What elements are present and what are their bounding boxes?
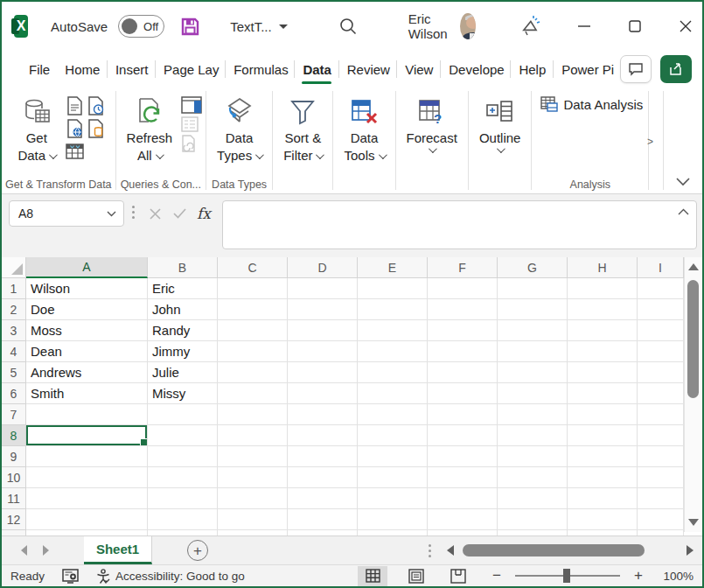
cell-G1[interactable] [498,278,568,299]
cell-D4[interactable] [288,341,358,362]
cell-A2[interactable]: Doe [26,299,148,320]
tab-view[interactable]: View [397,51,440,88]
cell-E4[interactable] [358,341,428,362]
cell-A3[interactable]: Moss [26,320,148,341]
row-header-6[interactable]: 6 [2,383,26,404]
row-header-2[interactable]: 2 [2,299,26,320]
cell-B1[interactable]: Eric [148,278,218,299]
column-header-C[interactable]: C [218,257,288,278]
cell-H3[interactable] [568,320,638,341]
zoom-slider[interactable]: − + [487,567,648,584]
cell-B4[interactable]: Jimmy [148,341,218,362]
cell-A7[interactable] [26,404,148,425]
cell-A8[interactable] [26,425,148,446]
column-header-B[interactable]: B [148,257,218,278]
cell-I5[interactable] [638,362,684,383]
data-tools-button[interactable]: Data Tools [337,91,391,168]
row-header-3[interactable]: 3 [2,320,26,341]
cell-A12[interactable] [26,509,148,530]
cell-C3[interactable] [218,320,288,341]
cell-D12[interactable] [288,509,358,530]
cell-H2[interactable] [568,299,638,320]
cell-F5[interactable] [428,362,498,383]
maximize-button[interactable] [627,13,643,39]
cell-E8[interactable] [358,425,428,446]
cell-B10[interactable] [148,467,218,488]
cell-H12[interactable] [568,509,638,530]
cell-H6[interactable] [568,383,638,404]
refresh-all-button[interactable]: Refresh All [120,91,180,168]
prev-sheet-icon[interactable] [21,545,27,556]
cell-C5[interactable] [218,362,288,383]
cell-G12[interactable] [498,509,568,530]
row-header-12[interactable]: 12 [2,509,26,530]
cell-F9[interactable] [428,446,498,467]
cell-C6[interactable] [218,383,288,404]
column-header-G[interactable]: G [498,257,568,278]
outline-button[interactable]: Outline [472,91,528,157]
tab-formulas[interactable]: Formulas [226,51,294,88]
cell-C7[interactable] [218,404,288,425]
cell-I1[interactable] [638,278,684,299]
document-title[interactable]: TextT... [230,19,288,34]
column-header-I[interactable]: I [638,257,684,278]
cell-H5[interactable] [568,362,638,383]
cell-I4[interactable] [638,341,684,362]
cell-H10[interactable] [568,467,638,488]
row-header-11[interactable]: 11 [2,488,26,509]
tab-help[interactable]: Help [511,51,553,88]
cell-E3[interactable] [358,320,428,341]
cell-G10[interactable] [498,467,568,488]
normal-view-button[interactable] [358,566,387,586]
cell-E10[interactable] [358,467,428,488]
cell-D1[interactable] [288,278,358,299]
cell-I7[interactable] [638,404,684,425]
column-header-D[interactable]: D [288,257,358,278]
page-layout-view-button[interactable] [401,566,431,586]
tab-home[interactable]: Home [57,51,107,88]
zoom-in-button[interactable]: + [629,567,648,584]
cell-C9[interactable] [218,446,288,467]
cell-I8[interactable] [638,425,684,446]
comments-button[interactable] [620,55,652,83]
insert-function-button[interactable]: fx [192,202,215,225]
select-all-corner[interactable] [2,257,26,278]
forecast-button[interactable]: ? Forecast [400,91,464,157]
column-header-E[interactable]: E [358,257,428,278]
user-name[interactable]: Eric Wilson [408,11,448,41]
cell-G9[interactable] [498,446,568,467]
row-header-10[interactable]: 10 [2,467,26,488]
scroll-down-icon[interactable] [688,519,699,526]
cell-F4[interactable] [428,341,498,362]
scrollbar-resize-handle[interactable] [420,536,440,564]
from-web-icon[interactable] [66,119,83,138]
cell-H8[interactable] [568,425,638,446]
formula-input[interactable] [222,200,697,249]
tab-developer[interactable]: Develope [441,51,510,88]
collapse-formula-bar-icon[interactable] [678,208,689,215]
tab-file[interactable]: File [21,51,57,88]
cell-H1[interactable] [568,278,638,299]
autosave-toggle[interactable]: Off [118,15,164,38]
cell-E12[interactable] [358,509,428,530]
tab-review[interactable]: Review [339,51,396,88]
cell-G4[interactable] [498,341,568,362]
column-header-F[interactable]: F [428,257,498,278]
cell-A1[interactable]: Wilson [26,278,148,299]
cell-C1[interactable] [218,278,288,299]
cell-G2[interactable] [498,299,568,320]
cell-A9[interactable] [26,446,148,467]
cell-G8[interactable] [498,425,568,446]
cell-I3[interactable] [638,320,684,341]
cell-E5[interactable] [358,362,428,383]
cell-E7[interactable] [358,404,428,425]
save-icon[interactable] [180,17,200,37]
cell-I11[interactable] [638,488,684,509]
cell-B5[interactable]: Julie [148,362,218,383]
column-header-H[interactable]: H [568,257,638,278]
get-data-button[interactable]: Get Data [10,91,62,168]
cell-C12[interactable] [218,509,288,530]
ribbon-flyout-button[interactable]: > [647,136,653,148]
recent-sources-icon[interactable] [87,96,104,116]
vertical-scroll-thumb[interactable] [687,280,699,398]
